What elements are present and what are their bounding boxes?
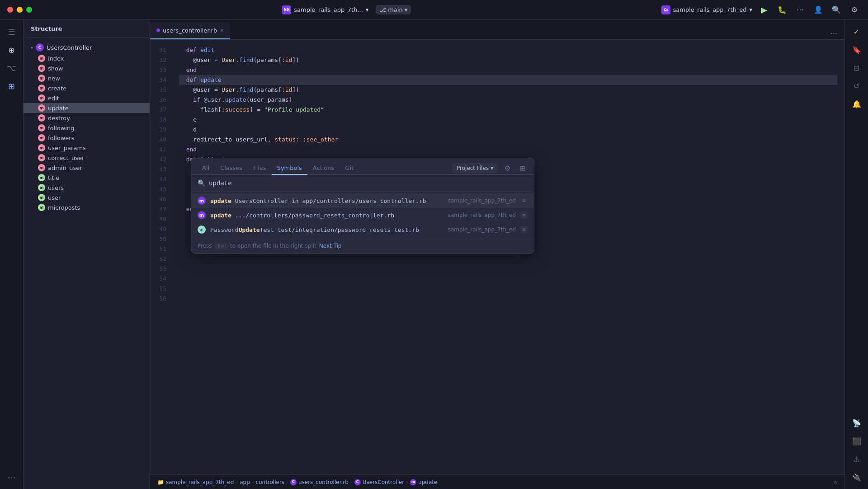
run-project-selector[interactable]: 🗂 sample_rails_app_7th_ed ▾	[661, 5, 752, 14]
more-rail-icon[interactable]: ⋯	[4, 469, 20, 485]
branch-selector[interactable]: ⎇ main ▾	[376, 5, 411, 14]
sidebar-item-index[interactable]: m index	[24, 53, 150, 63]
breadcrumb-item[interactable]: controllers	[256, 479, 285, 485]
controller-breadcrumb-icon: C	[354, 479, 361, 485]
result-highlight: update	[210, 212, 231, 219]
sidebar-item-users-controller[interactable]: ▾ C UsersController	[24, 42, 150, 53]
tab-actions: ⋯	[823, 27, 844, 39]
debug-button[interactable]: 🐛	[776, 4, 788, 16]
sidebar-item-microposts[interactable]: m microposts	[24, 202, 150, 212]
popup-tab-actions[interactable]: Actions	[307, 162, 340, 175]
sidebar-item-label: microposts	[48, 204, 80, 211]
keyboard-shortcut: ⇧↵	[215, 243, 227, 249]
tab-label: users_controller.rb	[163, 27, 217, 34]
sidebar-item-label: index	[48, 55, 64, 62]
sidebar-item-following[interactable]: m following	[24, 123, 150, 133]
sidebar-item-title[interactable]: m title	[24, 173, 150, 183]
close-tab-icon[interactable]: ✕	[220, 28, 224, 33]
sidebar-item-edit[interactable]: m edit	[24, 93, 150, 103]
bookmark-icon[interactable]: 🔖	[849, 42, 865, 58]
fullscreen-button[interactable]	[26, 7, 32, 13]
diff-icon[interactable]: ⊟	[849, 60, 865, 76]
close-popup-icon[interactable]: ⊞	[517, 162, 528, 174]
sidebar-item-destroy[interactable]: m destroy	[24, 113, 150, 123]
broadcast-icon[interactable]: 📡	[849, 415, 865, 431]
method-icon: m	[38, 194, 45, 201]
method-icon: m	[38, 204, 45, 211]
settings-button[interactable]: ⚙	[848, 4, 861, 16]
method-icon: m	[38, 55, 45, 62]
plugin-icon[interactable]: 🔌	[849, 469, 865, 485]
run-button[interactable]: ▶	[758, 4, 770, 16]
search-button[interactable]: 🔍	[830, 4, 843, 16]
project-selector[interactable]: SE sample_rails_app_7th... ▾	[282, 5, 368, 14]
breadcrumb-item[interactable]: update	[418, 479, 437, 485]
sidebar-item-followers[interactable]: m followers	[24, 133, 150, 143]
close-button[interactable]	[7, 7, 13, 13]
popup-tab-classes[interactable]: Classes	[215, 162, 248, 175]
filter-options-icon[interactable]: ⚙	[501, 162, 513, 174]
sidebar-item-label: show	[48, 65, 63, 72]
result-item[interactable]: m update UsersController in app/controll…	[191, 193, 534, 208]
sidebar-item-create[interactable]: m create	[24, 83, 150, 93]
sidebar-item-label: followers	[48, 135, 74, 141]
sidebar-item-user-params[interactable]: m user_params	[24, 143, 150, 153]
tab-users-controller[interactable]: users_controller.rb ✕	[150, 22, 230, 39]
sidebar-toggle-icon[interactable]: ☰	[4, 24, 20, 40]
copy-path-icon[interactable]: ⧉	[520, 212, 528, 219]
result-project: sample_rails_app_7th_ed	[448, 226, 516, 233]
account-button[interactable]: 👤	[812, 4, 825, 16]
popup-results: m update UsersController in app/controll…	[191, 192, 534, 239]
sidebar-item-update[interactable]: m update	[24, 103, 150, 113]
result-project: sample_rails_app_7th_ed	[448, 197, 516, 204]
next-tip-button[interactable]: Next Tip	[319, 243, 342, 249]
breadcrumb-item[interactable]: app	[240, 479, 250, 485]
sidebar-item-label: correct_user	[48, 155, 84, 161]
method-icon: m	[38, 94, 45, 102]
search-input[interactable]	[209, 179, 528, 187]
more-options-button[interactable]: ⋯	[794, 4, 807, 16]
code-line: redirect_to users_url, status: :see_othe…	[179, 135, 837, 145]
notification-icon[interactable]: 🔔	[849, 96, 865, 112]
code-line: e	[179, 115, 837, 125]
breadcrumb-item[interactable]: sample_rails_app_7th_ed	[166, 479, 234, 485]
alert-icon[interactable]: ⚠	[849, 451, 865, 467]
breadcrumb-item[interactable]: UsersController	[363, 479, 405, 485]
history-icon[interactable]: ↺	[849, 78, 865, 94]
popup-tab-all[interactable]: All	[197, 162, 215, 175]
sidebar-item-user[interactable]: m user	[24, 193, 150, 202]
sidebar-item-show[interactable]: m show	[24, 63, 150, 73]
sidebar-item-new[interactable]: m new	[24, 73, 150, 83]
copy-path-icon[interactable]: ⧉	[520, 197, 528, 204]
result-item[interactable]: m update .../controllers/password_resets…	[191, 208, 534, 222]
sidebar-item-correct-user[interactable]: m correct_user	[24, 153, 150, 163]
terminal-icon[interactable]: ⬛	[849, 433, 865, 449]
popup-tab-git[interactable]: Git	[340, 162, 359, 175]
breadcrumb-item[interactable]: users_controller.rb	[298, 479, 349, 485]
method-icon: m	[38, 134, 45, 141]
search-icon: 🔍	[198, 179, 205, 187]
popup-tab-files[interactable]: Files	[248, 162, 272, 175]
popup-tab-symbols[interactable]: Symbols	[272, 162, 307, 175]
sidebar-item-admin-user[interactable]: m admin_user	[24, 163, 150, 173]
copy-path-icon[interactable]: ⧉	[520, 226, 528, 233]
sidebar-item-users[interactable]: m users	[24, 183, 150, 193]
result-text: PasswordUpdateTest test/integration/pass…	[210, 226, 443, 233]
sidebar: Structure ▾ C UsersController m index m …	[24, 20, 150, 489]
code-editor[interactable]: 31 32 33 34 35 36 37 38 39 40 41 42 43 4…	[150, 40, 844, 475]
structure-icon[interactable]: ⊞	[4, 78, 20, 94]
run-project-name: sample_rails_app_7th_ed	[673, 6, 747, 13]
sidebar-item-label: create	[48, 85, 66, 92]
result-item[interactable]: c PasswordUpdateTest test/integration/pa…	[191, 222, 534, 237]
result-suffix: Test test/integration/password_resets_te…	[260, 226, 419, 233]
method-icon: m	[38, 75, 45, 82]
nav-icon[interactable]: ⊕	[4, 42, 20, 58]
minimize-button[interactable]	[17, 7, 23, 13]
right-icon-rail: ✓ 🔖 ⊟ ↺ 🔔 📡 ⬛ ⚠ 🔌	[844, 20, 868, 489]
tab-menu-icon[interactable]: ⋯	[828, 27, 839, 39]
git-icon[interactable]: ⌥	[4, 60, 20, 76]
code-content[interactable]: def edit @user = User.find(params[:id]) …	[172, 40, 844, 475]
project-files-filter[interactable]: Project Files ▾	[452, 163, 498, 173]
popup-search: 🔍	[191, 175, 534, 192]
method-icon: m	[38, 184, 45, 191]
